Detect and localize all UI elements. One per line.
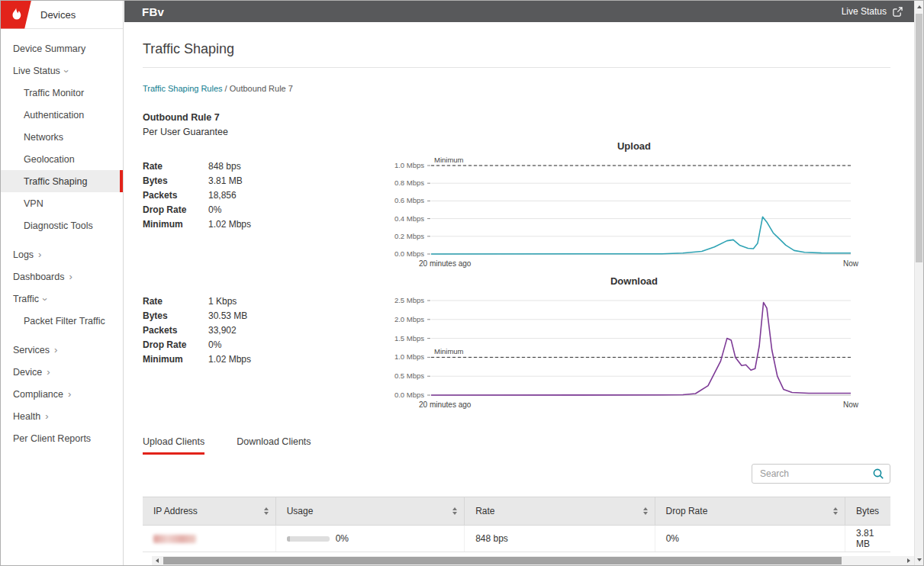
app-window: Devices Device Summary Live Status› Traf… [0,0,924,566]
horizontal-scrollbar-thumb[interactable] [163,557,842,564]
sidebar-item-services[interactable]: Services› [1,339,123,361]
sidebar-item-diagnostic-tools[interactable]: Diagnostic Tools [1,214,123,236]
svg-text:2.0 Mbps: 2.0 Mbps [394,315,424,323]
page-content: Traffic Shaping Traffic Shaping Rules / … [124,22,914,558]
stat-label: Packets [143,325,208,336]
sidebar-item-label: Dashboards [13,272,64,282]
column-header-rate[interactable]: Rate [465,497,655,525]
breadcrumb-link-traffic-shaping-rules[interactable]: Traffic Shaping Rules [143,84,223,93]
search-input[interactable] [752,464,890,484]
sidebar-item-live-status[interactable]: Live Status› [1,59,123,82]
sidebar-item-dashboards[interactable]: Dashboards› [1,265,123,288]
drop-rate-value: 0% [666,533,679,544]
sidebar-item-device[interactable]: Device› [1,361,123,383]
column-header-ip-address[interactable]: IP Address [143,497,276,525]
svg-text:1.5 Mbps: 1.5 Mbps [394,334,424,342]
sidebar-item-compliance[interactable]: Compliance› [1,383,123,405]
cell-rate: 848 bps [465,526,655,552]
sidebar-item-label: Diagnostic Tools [24,220,93,231]
column-header-bytes[interactable]: Bytes [845,497,890,525]
rule-name: Outbound Rule 7 [143,112,890,123]
horizontal-scrollbar[interactable] [152,556,914,565]
stat-row: Bytes3.81 MB [143,175,378,186]
svg-text:0.6 Mbps: 0.6 Mbps [394,196,424,204]
sidebar: Devices Device Summary Live Status› Traf… [1,1,124,565]
sidebar-brand-label: Devices [40,9,76,21]
sidebar-item-traffic[interactable]: Traffic› [1,288,123,310]
svg-text:Now: Now [843,259,859,268]
download-stats: Rate1 Kbps Bytes30.53 MB Packets33,902 D… [143,275,378,413]
main-area: FBv Live Status Traffic Shaping Traffic … [124,1,914,565]
chevron-down-icon: › [62,69,72,72]
sort-icon [452,507,457,515]
scroll-down-button[interactable] [915,554,923,565]
vertical-scrollbar[interactable] [914,1,923,565]
column-label: Usage [287,506,314,516]
sidebar-item-authentication[interactable]: Authentication [1,104,123,126]
scroll-right-button[interactable] [903,556,914,565]
sidebar-item-per-client-reports[interactable]: Per Client Reports [1,427,123,449]
sidebar-item-logs[interactable]: Logs› [1,243,123,265]
svg-text:20 minutes ago: 20 minutes ago [419,400,472,409]
sidebar-item-label: Packet Filter Traffic [24,316,105,326]
search-row [143,464,890,484]
download-section: Rate1 Kbps Bytes30.53 MB Packets33,902 D… [143,275,890,413]
svg-text:Minimum: Minimum [434,156,464,164]
stat-row: Minimum1.02 Mbps [143,219,378,230]
column-label: Drop Rate [666,506,708,516]
stat-row: Rate848 bps [143,161,378,172]
breadcrumb-current: Outbound Rule 7 [230,84,293,93]
breadcrumb: Traffic Shaping Rules / Outbound Rule 7 [143,84,890,93]
stat-label: Drop Rate [143,339,208,350]
tab-upload-clients[interactable]: Upload Clients [143,436,204,455]
breadcrumb-separator: / [223,84,230,93]
sidebar-item-geolocation[interactable]: Geolocation [1,148,123,170]
scroll-left-button[interactable] [152,556,163,565]
flame-icon [9,6,23,23]
sidebar-item-label: Compliance [13,389,63,400]
svg-text:0.4 Mbps: 0.4 Mbps [394,214,424,223]
table-row[interactable]: 0% 848 bps 0% 3.81 MB [143,526,890,552]
column-label: Bytes [856,506,879,516]
stat-value: 18,856 [208,190,237,201]
svg-text:0.0 Mbps: 0.0 Mbps [394,249,424,258]
tab-download-clients[interactable]: Download Clients [237,436,311,455]
table-header: IP Address Usage Rate Drop Rate Bytes [143,497,890,526]
sidebar-item-label: Traffic [13,294,39,304]
rule-subtitle: Per User Guarantee [143,127,890,137]
external-link-icon [893,7,903,17]
sidebar-item-health[interactable]: Health› [1,405,123,427]
svg-text:0.8 Mbps: 0.8 Mbps [394,178,424,187]
column-header-usage[interactable]: Usage [276,497,465,525]
vertical-scrollbar-thumb[interactable] [916,14,922,262]
sort-icon [833,507,838,515]
stat-label: Packets [143,190,208,201]
stat-value: 30.53 MB [208,310,247,321]
usage-progress-bar [287,536,330,542]
stat-value: 848 bps [208,161,241,172]
sidebar-item-networks[interactable]: Networks [1,126,123,148]
sidebar-item-label: Live Status [13,66,60,76]
svg-text:0.2 Mbps: 0.2 Mbps [394,232,424,240]
sidebar-item-vpn[interactable]: VPN [1,192,123,214]
sidebar-item-label: Geolocation [24,154,75,165]
usage-value: 0% [336,533,349,544]
column-label: Rate [475,506,494,516]
sidebar-item-traffic-monitor[interactable]: Traffic Monitor [1,82,123,104]
chevron-right-icon: › [54,345,57,355]
column-header-drop-rate[interactable]: Drop Rate [655,497,845,525]
chevron-right-icon: › [47,367,50,377]
sidebar-item-label: Health [13,411,40,422]
scroll-up-button[interactable] [915,1,923,12]
cell-drop-rate: 0% [655,526,845,552]
sidebar-item-traffic-shaping[interactable]: Traffic Shaping [1,170,123,192]
rate-value: 848 bps [475,533,508,544]
stat-label: Drop Rate [143,204,208,215]
sidebar-item-packet-filter-traffic[interactable]: Packet Filter Traffic [1,310,123,332]
upload-chart-svg: 0.0 Mbps0.2 Mbps0.4 Mbps0.6 Mbps0.8 Mbps… [378,155,890,269]
sidebar-item-device-summary[interactable]: Device Summary [1,37,123,59]
search-icon[interactable] [872,468,884,483]
svg-text:0.0 Mbps: 0.0 Mbps [394,391,424,399]
svg-text:2.5 Mbps: 2.5 Mbps [394,296,424,304]
live-status-button[interactable]: Live Status [842,6,903,17]
